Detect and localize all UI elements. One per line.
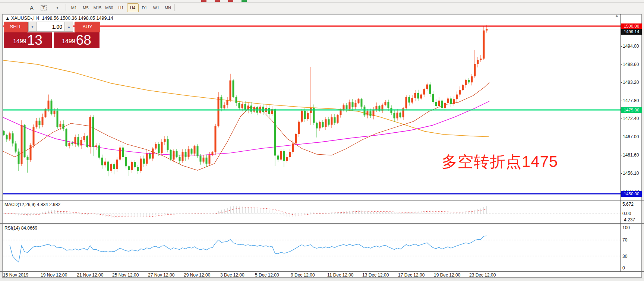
price-tickmark (621, 173, 622, 174)
candle-body (474, 64, 476, 76)
candle-body (209, 155, 211, 164)
candle-body (131, 162, 133, 171)
panel-separator[interactable] (0, 223, 644, 224)
time-label: 15 Nov 2019 (3, 272, 28, 278)
time-label: 29 Nov 12:00 (184, 272, 210, 278)
candle-body (292, 143, 294, 152)
time-label: 19 Nov 12:00 (41, 272, 67, 278)
top-partial-toolbar (0, 0, 644, 3)
timeframe-button-w1[interactable]: W1 (151, 3, 162, 12)
candle-body (191, 149, 193, 154)
timeframe-button-h1[interactable]: H1 (115, 3, 127, 12)
candle-body (408, 97, 410, 102)
candle-body (12, 133, 14, 143)
timeframe-button-m30[interactable]: M30 (104, 3, 115, 12)
candle-body (391, 108, 392, 113)
timeframe-button-m15[interactable]: M15 (92, 3, 103, 12)
candle-body (221, 97, 222, 108)
candle-body (429, 85, 431, 94)
price-tick: 1488.60 (623, 62, 639, 67)
text-label-icon[interactable]: A (27, 3, 37, 12)
candle-body (200, 156, 202, 161)
candle-body (161, 142, 163, 153)
candle-body (149, 154, 151, 159)
rsi-name: RSI(14) (4, 225, 20, 231)
candle-body (110, 164, 112, 171)
candle-body (376, 106, 378, 110)
grid-icon[interactable]: F (15, 3, 25, 12)
candle-body (450, 98, 452, 104)
indicator-axis-label: 0.00 (622, 211, 631, 216)
price-tickmark (621, 119, 622, 119)
candle-body (128, 166, 130, 170)
candle-body (319, 122, 321, 128)
sell-price[interactable]: 1499 13 (4, 32, 52, 48)
candle-body (24, 125, 26, 157)
candle-body (30, 145, 32, 161)
strip-mark-icon (215, 0, 220, 2)
candle-body (137, 167, 139, 171)
candle-body (63, 124, 64, 129)
price-tickmark (621, 137, 622, 137)
indicators-icon[interactable]: E (3, 3, 13, 12)
candle-body (462, 85, 464, 90)
panel-separator-inner (0, 224, 644, 224)
time-label: 13 Dec 12:00 (362, 272, 389, 278)
indicator-axis-label: 70 (622, 237, 627, 243)
candle-body (6, 135, 8, 140)
indicator-axis-label: 30 (622, 254, 627, 259)
macd-plot (3, 206, 621, 218)
candle-body (426, 85, 428, 89)
candle-body (385, 102, 386, 105)
candle-body (107, 162, 109, 171)
panel-separator[interactable] (0, 200, 644, 201)
candle-body (435, 102, 437, 106)
candle-body (170, 150, 172, 160)
candle-body (483, 31, 485, 59)
candle-body (346, 105, 348, 109)
buy-label: BUY (82, 24, 92, 29)
volume-decrease-button[interactable]: ▼ (28, 22, 37, 32)
sell-button[interactable]: SELL (4, 22, 28, 32)
candle-body (307, 113, 309, 119)
candle-body (83, 136, 85, 140)
candle-body (316, 123, 318, 128)
timeframe-button-m5[interactable]: M5 (80, 3, 92, 12)
chart-canvas[interactable] (0, 14, 644, 281)
buy-button[interactable]: BUY (75, 22, 100, 32)
candle-body (417, 93, 419, 98)
candle-body (182, 152, 184, 161)
candle-body (125, 157, 127, 166)
price-tick: 1472.40 (623, 116, 639, 121)
rsi-plot (3, 236, 621, 262)
timeframe-button-d1[interactable]: D1 (139, 3, 150, 12)
text-box-icon[interactable]: T (39, 3, 48, 12)
chart-annotation-text: 多空转折点1475 (442, 151, 558, 172)
candle-body (215, 126, 217, 152)
candle-body (57, 111, 59, 127)
time-label: 5 Dec 12:00 (255, 272, 279, 278)
candle-body (227, 100, 228, 105)
t-glyph: T (41, 5, 47, 10)
candle-body (158, 144, 160, 153)
volume-input[interactable] (37, 22, 65, 32)
volume-increase-button[interactable]: ▲ (65, 22, 73, 32)
timeframe-button-m1[interactable]: M1 (68, 3, 80, 12)
macd-name: MACD(12,26,9) (4, 202, 35, 207)
timeframe-button-h4[interactable]: H4 (127, 3, 139, 12)
time-label: 21 Nov 12:00 (77, 272, 103, 278)
price-badge-1475.00: 1475.00 (621, 107, 642, 113)
candle-body (173, 151, 175, 160)
candle-body (414, 93, 416, 98)
candle-body (352, 102, 354, 107)
time-label: 19 Dec 12:00 (434, 272, 460, 278)
candle-body (337, 115, 339, 123)
strip-mark-icon (242, 0, 247, 2)
timeframe-button-mn[interactable]: MN (162, 3, 174, 12)
time-axis-separator (0, 271, 644, 272)
arrow-objects-icon[interactable]: ▾ (51, 3, 64, 12)
candle-body (456, 95, 458, 100)
candle-body (477, 60, 479, 64)
candle-body (27, 157, 29, 160)
buy-price[interactable]: 1499 68 (54, 32, 100, 48)
